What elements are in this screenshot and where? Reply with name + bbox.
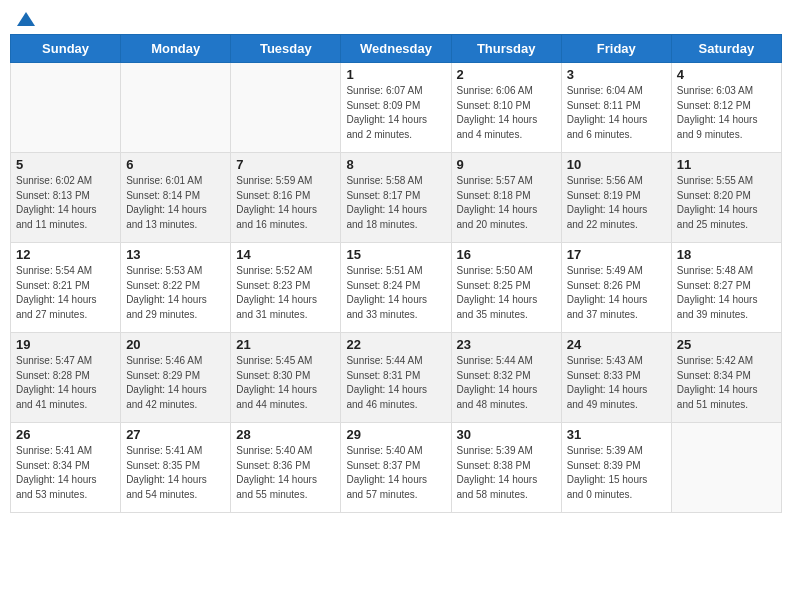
- calendar-header-tuesday: Tuesday: [231, 35, 341, 63]
- day-info: Sunrise: 6:02 AM Sunset: 8:13 PM Dayligh…: [16, 174, 115, 232]
- day-info: Sunrise: 6:01 AM Sunset: 8:14 PM Dayligh…: [126, 174, 225, 232]
- calendar-cell: 26Sunrise: 5:41 AM Sunset: 8:34 PM Dayli…: [11, 423, 121, 513]
- day-info: Sunrise: 5:51 AM Sunset: 8:24 PM Dayligh…: [346, 264, 445, 322]
- calendar-header-thursday: Thursday: [451, 35, 561, 63]
- calendar-cell: 2Sunrise: 6:06 AM Sunset: 8:10 PM Daylig…: [451, 63, 561, 153]
- calendar-cell: 25Sunrise: 5:42 AM Sunset: 8:34 PM Dayli…: [671, 333, 781, 423]
- day-number: 3: [567, 67, 666, 82]
- day-number: 14: [236, 247, 335, 262]
- calendar-header-saturday: Saturday: [671, 35, 781, 63]
- day-number: 16: [457, 247, 556, 262]
- calendar-cell: 4Sunrise: 6:03 AM Sunset: 8:12 PM Daylig…: [671, 63, 781, 153]
- day-number: 17: [567, 247, 666, 262]
- day-info: Sunrise: 5:40 AM Sunset: 8:36 PM Dayligh…: [236, 444, 335, 502]
- calendar-cell: 7Sunrise: 5:59 AM Sunset: 8:16 PM Daylig…: [231, 153, 341, 243]
- calendar-cell: [671, 423, 781, 513]
- day-number: 21: [236, 337, 335, 352]
- day-info: Sunrise: 5:39 AM Sunset: 8:39 PM Dayligh…: [567, 444, 666, 502]
- calendar-cell: 19Sunrise: 5:47 AM Sunset: 8:28 PM Dayli…: [11, 333, 121, 423]
- day-number: 9: [457, 157, 556, 172]
- calendar-cell: 3Sunrise: 6:04 AM Sunset: 8:11 PM Daylig…: [561, 63, 671, 153]
- calendar-cell: 11Sunrise: 5:55 AM Sunset: 8:20 PM Dayli…: [671, 153, 781, 243]
- day-info: Sunrise: 5:46 AM Sunset: 8:29 PM Dayligh…: [126, 354, 225, 412]
- day-number: 20: [126, 337, 225, 352]
- day-info: Sunrise: 6:07 AM Sunset: 8:09 PM Dayligh…: [346, 84, 445, 142]
- calendar-cell: 22Sunrise: 5:44 AM Sunset: 8:31 PM Dayli…: [341, 333, 451, 423]
- calendar-cell: 14Sunrise: 5:52 AM Sunset: 8:23 PM Dayli…: [231, 243, 341, 333]
- day-info: Sunrise: 5:45 AM Sunset: 8:30 PM Dayligh…: [236, 354, 335, 412]
- calendar-cell: 17Sunrise: 5:49 AM Sunset: 8:26 PM Dayli…: [561, 243, 671, 333]
- calendar-cell: 28Sunrise: 5:40 AM Sunset: 8:36 PM Dayli…: [231, 423, 341, 513]
- calendar-cell: 12Sunrise: 5:54 AM Sunset: 8:21 PM Dayli…: [11, 243, 121, 333]
- calendar-cell: 13Sunrise: 5:53 AM Sunset: 8:22 PM Dayli…: [121, 243, 231, 333]
- day-info: Sunrise: 5:50 AM Sunset: 8:25 PM Dayligh…: [457, 264, 556, 322]
- svg-marker-0: [17, 12, 35, 26]
- calendar-cell: 18Sunrise: 5:48 AM Sunset: 8:27 PM Dayli…: [671, 243, 781, 333]
- day-info: Sunrise: 5:49 AM Sunset: 8:26 PM Dayligh…: [567, 264, 666, 322]
- day-info: Sunrise: 5:44 AM Sunset: 8:32 PM Dayligh…: [457, 354, 556, 412]
- calendar-week-row: 12Sunrise: 5:54 AM Sunset: 8:21 PM Dayli…: [11, 243, 782, 333]
- calendar-header-row: SundayMondayTuesdayWednesdayThursdayFrid…: [11, 35, 782, 63]
- day-info: Sunrise: 5:42 AM Sunset: 8:34 PM Dayligh…: [677, 354, 776, 412]
- day-number: 24: [567, 337, 666, 352]
- day-number: 2: [457, 67, 556, 82]
- calendar-cell: [231, 63, 341, 153]
- day-number: 31: [567, 427, 666, 442]
- calendar-cell: 31Sunrise: 5:39 AM Sunset: 8:39 PM Dayli…: [561, 423, 671, 513]
- day-info: Sunrise: 5:47 AM Sunset: 8:28 PM Dayligh…: [16, 354, 115, 412]
- day-number: 1: [346, 67, 445, 82]
- day-info: Sunrise: 5:39 AM Sunset: 8:38 PM Dayligh…: [457, 444, 556, 502]
- day-info: Sunrise: 5:59 AM Sunset: 8:16 PM Dayligh…: [236, 174, 335, 232]
- page-header: [10, 10, 782, 26]
- calendar-cell: 6Sunrise: 6:01 AM Sunset: 8:14 PM Daylig…: [121, 153, 231, 243]
- day-info: Sunrise: 5:55 AM Sunset: 8:20 PM Dayligh…: [677, 174, 776, 232]
- day-info: Sunrise: 5:53 AM Sunset: 8:22 PM Dayligh…: [126, 264, 225, 322]
- day-number: 19: [16, 337, 115, 352]
- calendar-header-sunday: Sunday: [11, 35, 121, 63]
- day-info: Sunrise: 5:56 AM Sunset: 8:19 PM Dayligh…: [567, 174, 666, 232]
- day-info: Sunrise: 5:48 AM Sunset: 8:27 PM Dayligh…: [677, 264, 776, 322]
- calendar-cell: 10Sunrise: 5:56 AM Sunset: 8:19 PM Dayli…: [561, 153, 671, 243]
- day-number: 11: [677, 157, 776, 172]
- day-info: Sunrise: 5:54 AM Sunset: 8:21 PM Dayligh…: [16, 264, 115, 322]
- calendar-cell: 29Sunrise: 5:40 AM Sunset: 8:37 PM Dayli…: [341, 423, 451, 513]
- day-number: 4: [677, 67, 776, 82]
- calendar-cell: 15Sunrise: 5:51 AM Sunset: 8:24 PM Dayli…: [341, 243, 451, 333]
- day-number: 22: [346, 337, 445, 352]
- day-number: 18: [677, 247, 776, 262]
- calendar-header-friday: Friday: [561, 35, 671, 63]
- day-info: Sunrise: 6:03 AM Sunset: 8:12 PM Dayligh…: [677, 84, 776, 142]
- day-number: 30: [457, 427, 556, 442]
- logo: [14, 10, 35, 26]
- calendar-cell: 16Sunrise: 5:50 AM Sunset: 8:25 PM Dayli…: [451, 243, 561, 333]
- day-number: 29: [346, 427, 445, 442]
- calendar-header-wednesday: Wednesday: [341, 35, 451, 63]
- day-number: 26: [16, 427, 115, 442]
- calendar-cell: [11, 63, 121, 153]
- calendar-cell: 8Sunrise: 5:58 AM Sunset: 8:17 PM Daylig…: [341, 153, 451, 243]
- calendar-week-row: 26Sunrise: 5:41 AM Sunset: 8:34 PM Dayli…: [11, 423, 782, 513]
- day-info: Sunrise: 5:52 AM Sunset: 8:23 PM Dayligh…: [236, 264, 335, 322]
- calendar-cell: 9Sunrise: 5:57 AM Sunset: 8:18 PM Daylig…: [451, 153, 561, 243]
- day-info: Sunrise: 6:04 AM Sunset: 8:11 PM Dayligh…: [567, 84, 666, 142]
- day-number: 5: [16, 157, 115, 172]
- calendar-header-monday: Monday: [121, 35, 231, 63]
- day-number: 7: [236, 157, 335, 172]
- day-info: Sunrise: 5:43 AM Sunset: 8:33 PM Dayligh…: [567, 354, 666, 412]
- day-number: 28: [236, 427, 335, 442]
- day-number: 23: [457, 337, 556, 352]
- day-number: 10: [567, 157, 666, 172]
- day-info: Sunrise: 5:41 AM Sunset: 8:34 PM Dayligh…: [16, 444, 115, 502]
- day-info: Sunrise: 5:41 AM Sunset: 8:35 PM Dayligh…: [126, 444, 225, 502]
- calendar-week-row: 5Sunrise: 6:02 AM Sunset: 8:13 PM Daylig…: [11, 153, 782, 243]
- day-number: 15: [346, 247, 445, 262]
- calendar-cell: 23Sunrise: 5:44 AM Sunset: 8:32 PM Dayli…: [451, 333, 561, 423]
- day-info: Sunrise: 5:58 AM Sunset: 8:17 PM Dayligh…: [346, 174, 445, 232]
- calendar-cell: [121, 63, 231, 153]
- day-info: Sunrise: 5:57 AM Sunset: 8:18 PM Dayligh…: [457, 174, 556, 232]
- logo-icon: [17, 12, 35, 26]
- calendar-cell: 24Sunrise: 5:43 AM Sunset: 8:33 PM Dayli…: [561, 333, 671, 423]
- calendar-cell: 1Sunrise: 6:07 AM Sunset: 8:09 PM Daylig…: [341, 63, 451, 153]
- day-number: 12: [16, 247, 115, 262]
- calendar-table: SundayMondayTuesdayWednesdayThursdayFrid…: [10, 34, 782, 513]
